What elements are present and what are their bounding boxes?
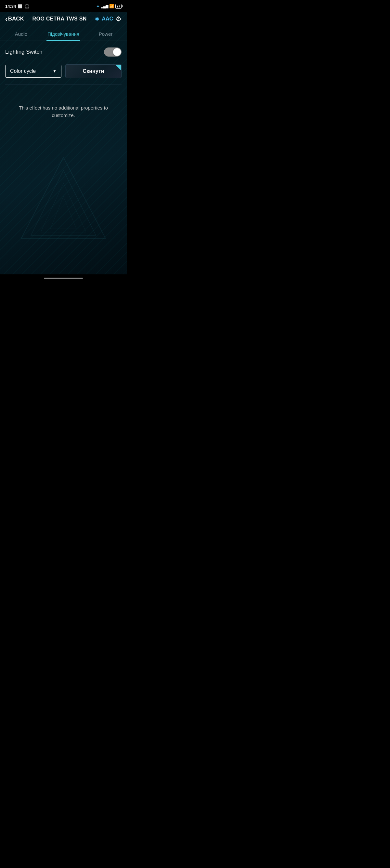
wifi-icon: 📶 [109,4,114,8]
rog-triangle-decoration [14,151,112,248]
battery-indicator: 77 [116,4,122,9]
info-text: This effect has no additional properties… [5,104,122,119]
back-chevron-icon: ‹ [5,16,7,22]
svg-marker-1 [31,170,96,236]
effect-dropdown[interactable]: Color cycle ▼ [5,65,61,78]
status-right: ✦ ▂▄▆ 📶 77 [96,4,122,9]
svg-line-5 [85,183,106,229]
reset-button[interactable]: Скинути [65,64,122,78]
settings-icon[interactable]: ⚙ [116,15,122,23]
toolbar: ‹ BACK ROG CETRA TWS SN ✱ AAC ⚙ [0,12,127,26]
bluetooth-icon: ✱ [95,16,99,22]
content-layer: ‹ BACK ROG CETRA TWS SN ✱ AAC ⚙ Audio Пі… [0,12,127,125]
bluetooth-status-icon: ✦ [96,4,100,9]
section-divider [5,85,122,85]
signal-icon: ▂▄▆ [101,4,108,8]
home-indicator [0,274,127,282]
svg-line-4 [79,183,106,239]
time-display: 14:34 [5,4,16,9]
svg-marker-0 [21,157,106,239]
status-bar: 14:34 ⬜ 🎧 ✦ ▂▄▆ 📶 77 [0,0,127,12]
back-label: BACK [8,16,24,22]
screen-icon: ⬜ [18,4,23,8]
toggle-knob [113,48,121,56]
toolbar-icons: ✱ AAC ⚙ [95,15,122,23]
lighting-toggle[interactable] [104,48,122,57]
svg-line-6 [89,187,106,219]
toolbar-title: ROG CETRA TWS SN [27,16,93,22]
lighting-switch-label: Lighting Switch [5,49,42,55]
dropdown-arrow-icon: ▼ [53,69,57,73]
tab-power[interactable]: Power [85,27,127,41]
lighting-switch-row: Lighting Switch [5,48,122,57]
codec-label: AAC [102,16,113,22]
dropdown-value: Color cycle [10,68,36,74]
main-content: Lighting Switch Color cycle ▼ Скинути Th… [0,41,127,125]
status-left: 14:34 ⬜ 🎧 [5,4,30,9]
tabs-container: Audio Підсвічування Power [0,27,127,41]
svg-marker-3 [51,196,76,229]
tab-audio[interactable]: Audio [0,27,42,41]
home-bar [44,278,83,279]
controls-row: Color cycle ▼ Скинути [5,64,122,78]
headphones-icon: 🎧 [24,4,30,9]
back-button[interactable]: ‹ BACK [5,16,24,22]
tab-lighting[interactable]: Підсвічування [42,27,85,41]
svg-marker-2 [41,183,86,232]
app-background: ‹ BACK ROG CETRA TWS SN ✱ AAC ⚙ Audio Пі… [0,12,127,274]
